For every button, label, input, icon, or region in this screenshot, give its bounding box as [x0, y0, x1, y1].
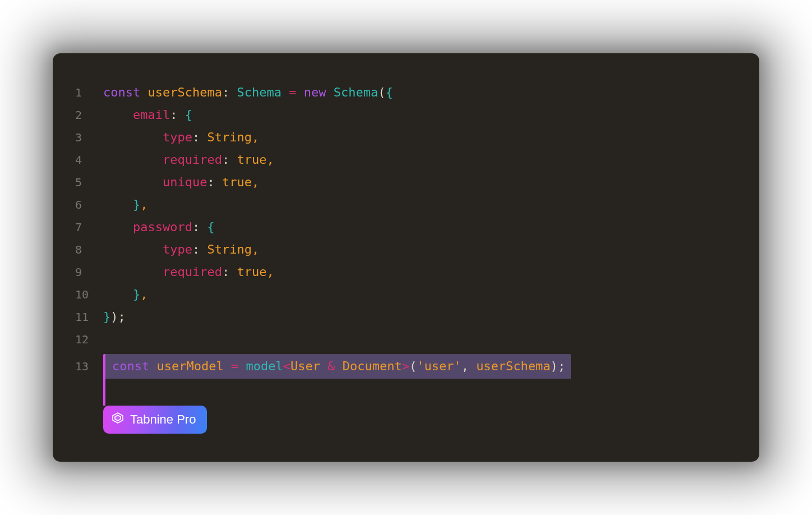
code-content: unique: true,	[103, 171, 737, 194]
code-line[interactable]: 4 required: true,	[75, 149, 737, 171]
line-number: 11	[75, 306, 103, 328]
line-number: 8	[75, 238, 103, 261]
tabnine-logo-icon	[111, 411, 124, 428]
svg-marker-1	[115, 415, 121, 421]
code-line[interactable]: 2 email: {	[75, 104, 737, 126]
code-content: },	[103, 283, 737, 306]
code-line[interactable]: 10 },	[75, 283, 737, 306]
code-line[interactable]: 5 unique: true,	[75, 171, 737, 194]
code-content: });	[103, 306, 737, 328]
code-line[interactable]: 12	[75, 328, 737, 351]
code-line[interactable]: 1 const userSchema: Schema = new Schema(…	[75, 81, 737, 104]
line-number: 13	[75, 360, 103, 373]
line-number: 12	[75, 328, 103, 351]
code-line[interactable]: 6 },	[75, 194, 737, 216]
line-number: 9	[75, 261, 103, 283]
code-line[interactable]: 11 });	[75, 306, 737, 328]
code-content: required: true,	[103, 149, 737, 171]
line-number: 2	[75, 104, 103, 126]
code-area[interactable]: 1 const userSchema: Schema = new Schema(…	[75, 81, 737, 434]
line-number: 4	[75, 149, 103, 171]
code-line[interactable]: 3 type: String,	[75, 126, 737, 149]
code-line[interactable]: 9 required: true,	[75, 261, 737, 283]
line-number: 5	[75, 171, 103, 194]
line-number: 7	[75, 216, 103, 238]
line-number: 3	[75, 126, 103, 149]
suggestion-text: const userModel = model<User & Document>…	[103, 354, 571, 379]
line-number: 1	[75, 81, 103, 104]
tabnine-pro-badge[interactable]: Tabnine Pro	[103, 406, 207, 434]
code-content: type: String,	[103, 238, 737, 261]
suggestion-connector	[103, 379, 105, 406]
autocomplete-suggestion[interactable]: 13 const userModel = model<User & Docume…	[103, 354, 737, 434]
code-content: email: {	[103, 104, 737, 126]
code-content: },	[103, 194, 737, 216]
code-editor-panel: 1 const userSchema: Schema = new Schema(…	[53, 53, 759, 462]
code-line[interactable]: 7 password: {	[75, 216, 737, 238]
line-number: 10	[75, 283, 103, 306]
code-content: const userSchema: Schema = new Schema({	[103, 81, 737, 104]
code-line[interactable]: 8 type: String,	[75, 238, 737, 261]
code-content: type: String,	[103, 126, 737, 149]
code-content: required: true,	[103, 261, 737, 283]
badge-label: Tabnine Pro	[130, 412, 196, 427]
line-number: 6	[75, 194, 103, 216]
code-content	[103, 328, 737, 351]
code-content: password: {	[103, 216, 737, 238]
